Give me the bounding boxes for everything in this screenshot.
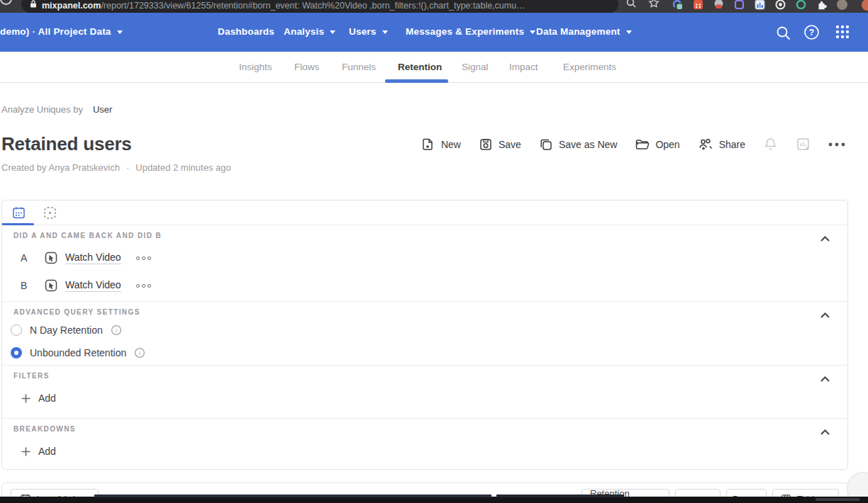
tab-insights[interactable]: Insights	[239, 62, 272, 72]
collapse-chevron-icon[interactable]	[820, 426, 830, 439]
extensions-puzzle-icon[interactable]	[816, 0, 827, 10]
plus-icon	[21, 446, 31, 457]
info-icon[interactable]: i	[111, 324, 122, 336]
filters-section: FILTERS Add	[2, 366, 847, 419]
alerts-bell-button[interactable]	[763, 137, 778, 152]
search-icon[interactable]	[774, 24, 792, 45]
nav-item-messages-experiments[interactable]: Messages & Experiments	[406, 26, 535, 37]
extension-icon[interactable]	[755, 0, 765, 10]
app-window: mixpanel.com/report/1729333/view/61255/r…	[0, 0, 868, 503]
builder-tab-focus[interactable]	[43, 205, 57, 223]
nav-item-dashboards[interactable]: Dashboards	[218, 26, 274, 37]
account-avatar-partial[interactable]	[862, 0, 868, 11]
radio-unbounded-retention[interactable]: Unbounded Retention i	[11, 344, 847, 361]
extension-icon[interactable]	[734, 0, 745, 10]
browser-address-bar: mixpanel.com/report/1729333/view/61255/r…	[0, 0, 868, 13]
report-actions: New Save Save as New Open Share	[421, 137, 845, 152]
info-icon[interactable]: i	[134, 347, 145, 358]
share-button[interactable]: Share	[698, 137, 745, 152]
step-options-button[interactable]	[136, 284, 151, 288]
plus-icon	[21, 393, 31, 404]
extension-icon[interactable]	[672, 0, 683, 10]
svg-text:i: i	[115, 327, 117, 334]
collapse-chevron-icon[interactable]	[820, 373, 830, 385]
radio-n-day-retention[interactable]: N Day Retention i	[11, 322, 847, 339]
tab-flows[interactable]: Flows	[294, 62, 319, 72]
extension-icon[interactable]	[796, 0, 806, 10]
event-icon	[44, 278, 58, 293]
tab-experiments[interactable]: Experiments	[563, 62, 616, 72]
search-icon[interactable]	[625, 0, 637, 11]
page-title: Retained users	[1, 133, 132, 155]
tab-impact[interactable]: Impact	[509, 62, 538, 72]
share-users-icon	[698, 137, 713, 152]
url-path: /report/1729333/view/61255/retention#bor…	[101, 1, 525, 11]
save-button-label: Save	[499, 139, 521, 150]
active-tab-underline	[385, 79, 448, 83]
report-meta: Created by Anya Pratskevich · Updated 2 …	[1, 162, 231, 173]
updated-text: Updated 2 minutes ago	[135, 162, 230, 173]
lock-icon	[30, 0, 37, 11]
add-to-dashboard-button[interactable]	[796, 137, 811, 152]
step-row-a: A Watch Video	[21, 249, 847, 267]
url-domain: mixpanel.com	[42, 1, 101, 11]
extension-icon[interactable]	[713, 0, 724, 10]
help-icon[interactable]: ?	[803, 24, 820, 43]
open-button-label: Open	[655, 139, 679, 150]
open-button[interactable]: Open	[635, 137, 679, 152]
tab-funnels[interactable]: Funnels	[342, 62, 376, 72]
reload-icon[interactable]	[0, 0, 12, 5]
apps-grid-icon[interactable]	[835, 24, 850, 43]
nav-item-label: Analysis	[284, 26, 324, 37]
radio-circle[interactable]	[11, 324, 22, 336]
step-options-button[interactable]	[136, 256, 151, 260]
url-field[interactable]: mixpanel.com/report/1729333/view/61255/r…	[21, 0, 618, 13]
browser-profile-avatar[interactable]	[837, 0, 847, 10]
add-filter-button[interactable]: Add	[21, 390, 847, 406]
builder-tab-query[interactable]	[11, 205, 26, 223]
save-button[interactable]: Save	[479, 137, 521, 152]
background-text-artifact	[816, 498, 859, 501]
step-label: B	[21, 280, 30, 291]
step-label: A	[21, 252, 30, 264]
save-as-new-button[interactable]: Save as New	[539, 137, 617, 152]
query-builder-panel: DID A AND CAME BACK AND DID B A Watch Vi…	[1, 200, 848, 470]
background-text-artifact	[496, 494, 624, 497]
steps-section-title: DID A AND CAME BACK AND DID B	[13, 225, 847, 239]
nav-item-label: Users	[349, 26, 377, 37]
svg-text:?: ?	[809, 28, 814, 38]
analyze-entity-selector[interactable]: User	[93, 104, 112, 115]
caret-down-icon	[626, 30, 632, 34]
nav-item-analysis[interactable]: Analysis	[284, 26, 335, 37]
copy-icon	[539, 137, 553, 152]
caret-down-icon	[382, 30, 388, 34]
new-report-icon	[421, 137, 435, 152]
new-button[interactable]: New	[421, 137, 461, 152]
nav-item-users[interactable]: Users	[349, 26, 388, 37]
event-selector[interactable]: Watch Video	[65, 252, 121, 264]
desktop-strip	[0, 497, 868, 503]
tab-retention[interactable]: Retention	[398, 62, 442, 72]
tab-signal[interactable]: Signal	[462, 62, 489, 72]
event-icon	[44, 251, 58, 265]
event-selector[interactable]: Watch Video	[65, 279, 121, 292]
collapse-chevron-icon[interactable]	[820, 309, 830, 322]
more-options-button[interactable]	[828, 142, 845, 147]
save-icon	[479, 137, 493, 152]
extension-icon[interactable]	[775, 0, 786, 10]
nav-item-label: Dashboards	[218, 26, 274, 37]
bookmark-star-icon[interactable]	[648, 0, 660, 11]
radio-circle-selected[interactable]	[11, 347, 22, 358]
svg-text:i: i	[139, 349, 141, 356]
project-selector[interactable]: demo) · All Project Data	[0, 26, 123, 37]
caret-down-icon	[530, 30, 535, 34]
step-row-b: B Watch Video	[21, 276, 847, 295]
add-breakdown-label: Add	[38, 446, 56, 457]
chart-add-icon	[796, 137, 811, 152]
analyze-uniques-label: Analyze Uniques by	[1, 104, 83, 115]
main-content: Analyze Uniques by User Retained users C…	[0, 83, 868, 497]
collapse-chevron-icon[interactable]	[820, 232, 830, 245]
nav-item-data-management[interactable]: Data Management	[536, 26, 632, 37]
add-breakdown-button[interactable]: Add	[21, 443, 847, 459]
extension-icon[interactable]	[693, 0, 703, 10]
